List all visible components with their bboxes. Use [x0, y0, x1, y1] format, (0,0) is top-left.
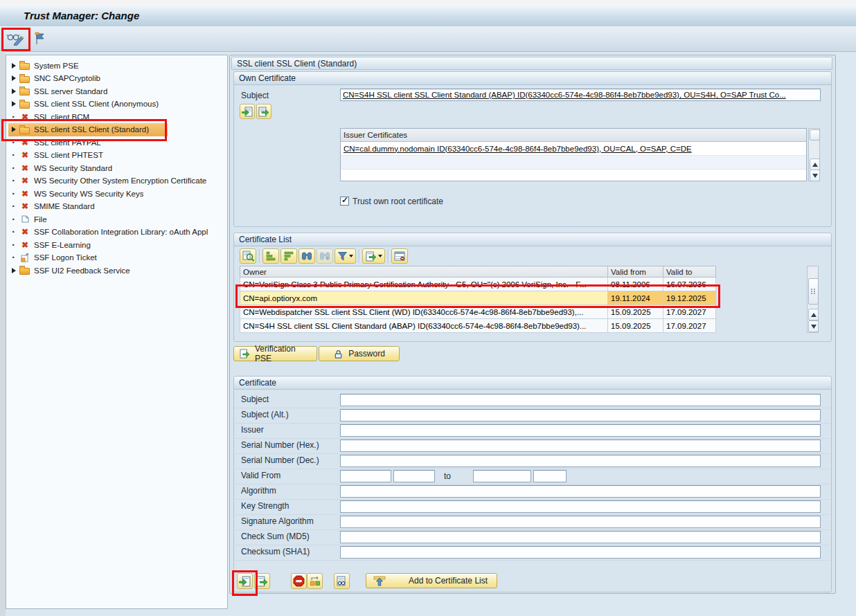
cell-owner[interactable]: CN=api.optioryx.com — [240, 291, 608, 305]
valid-from-date-field[interactable] — [340, 470, 391, 482]
sidebar-item-ws-security-keys[interactable]: WS Security WS Security Keys — [8, 187, 224, 200]
cell-owner[interactable]: CN=Webdispatcher SSL client SSL Client (… — [240, 305, 608, 319]
subject-value[interactable]: CN=S4H SSL client SSL Client Standard (A… — [343, 91, 786, 99]
detail-serial-hex-field[interactable] — [340, 440, 821, 452]
expand-icon[interactable] — [8, 127, 19, 132]
sidebar-item-ssf-ui2-feedback[interactable]: SSF UI2 Feedback Service — [8, 264, 224, 277]
flag-icon[interactable] — [30, 30, 50, 48]
red-x-icon — [19, 163, 31, 173]
expand-icon[interactable] — [8, 89, 19, 94]
export-own-certificate-icon[interactable] — [256, 104, 271, 119]
sidebar-item-ssf-collaboration[interactable]: SSF Collaboration Integration Library: o… — [8, 226, 224, 239]
cell-valid-from[interactable]: 08.11.2006 — [608, 278, 663, 291]
cell-valid-to[interactable]: 19.12.2025 — [663, 291, 716, 305]
scroll-down-button[interactable] — [810, 170, 820, 181]
detail-issuer-field[interactable] — [340, 424, 821, 437]
choose-detail-icon[interactable] — [240, 248, 256, 264]
sidebar-item-label: SSL server Standard — [34, 87, 107, 96]
detail-subject-alt-field[interactable] — [340, 409, 821, 422]
scroll-up-button[interactable] — [808, 309, 819, 320]
sidebar-item-ssf-elearning[interactable]: SSF E-Learning — [8, 238, 224, 251]
detail-checksum-md5-field[interactable] — [340, 531, 821, 543]
triangle-up-icon — [811, 313, 817, 317]
cell-valid-to[interactable]: 17.09.2027 — [663, 305, 716, 319]
detail-serial-dec-field[interactable] — [340, 455, 821, 467]
detail-signature-algorithm-field[interactable] — [340, 516, 821, 528]
detail-subject-field[interactable] — [340, 394, 821, 406]
column-header-owner[interactable]: Owner — [240, 266, 608, 278]
sort-ascending-icon[interactable] — [262, 248, 279, 264]
column-header-valid-from[interactable]: Valid from — [608, 266, 663, 278]
cell-valid-to[interactable]: 17.09.2027 — [663, 319, 716, 333]
valid-from-time-field[interactable] — [393, 470, 435, 482]
leaf-dot-icon — [8, 150, 19, 161]
trust-own-root-checkbox[interactable] — [340, 197, 349, 206]
field-label: Issuer — [241, 425, 264, 435]
cell-valid-from[interactable]: 19.11.2024 — [608, 291, 663, 305]
issuer-list-scrollbar[interactable] — [808, 128, 820, 181]
password-button[interactable]: Password — [319, 346, 400, 361]
expand-icon[interactable] — [8, 101, 19, 107]
expand-icon[interactable] — [8, 75, 19, 81]
own-certificate-group: Own Certificate Subject CN=S4H SSL clien… — [233, 71, 832, 227]
sidebar-item-file[interactable]: File — [8, 212, 224, 226]
detail-checksum-sha1-field[interactable] — [340, 546, 821, 559]
find-icon[interactable] — [298, 248, 315, 264]
display-change-icon[interactable] — [6, 30, 25, 48]
issuer-certificate-empty-row[interactable] — [341, 156, 806, 170]
sidebar-item-smime-standard[interactable]: SMIME Standard — [8, 200, 224, 213]
folder-icon — [19, 86, 31, 96]
export-pse-icon — [240, 349, 250, 359]
issuer-certificate-link[interactable]: CN=cal.dummy.nodomain ID(63340cc6-574e-4… — [344, 145, 692, 153]
scroll-up-button[interactable] — [810, 158, 820, 170]
sidebar-item-ssl-client-phtest[interactable]: SSL client PHTEST — [8, 149, 224, 162]
expand-icon[interactable] — [8, 63, 19, 69]
sidebar-item-ssf-logon-ticket[interactable]: SSF Logon Ticket — [8, 251, 224, 264]
scrollbar-thumb[interactable] — [810, 129, 820, 141]
sidebar-item-ssl-client-bcm[interactable]: SSL client BCM — [8, 110, 224, 123]
sidebar-item-ssl-server-standard[interactable]: SSL server Standard — [8, 84, 224, 98]
expand-icon[interactable] — [8, 268, 19, 273]
sidebar-item-system-pse[interactable]: System PSE — [8, 59, 224, 72]
cell-owner[interactable]: CN=VeriSign Class 3 Public Primary Certi… — [240, 278, 608, 291]
scrollbar-thumb[interactable] — [808, 278, 819, 305]
sidebar-item-snc-sapcryptolib[interactable]: SNC SAPCryptolib — [8, 72, 224, 85]
red-x-icon — [19, 239, 31, 250]
import-certificate-icon[interactable] — [237, 573, 253, 589]
panel-header: SSL client SSL Client (Standard) — [231, 57, 832, 70]
sidebar-item-ssl-client-paypal[interactable]: SSL client PAYPAL — [8, 136, 224, 149]
filter-icon[interactable] — [335, 248, 356, 264]
detail-key-strength-field[interactable] — [340, 500, 821, 513]
export-certificate-icon[interactable] — [254, 573, 270, 589]
add-to-certificate-list-button[interactable]: Add to Certificate List — [366, 573, 497, 588]
certificate-list-scrollbar[interactable] — [807, 266, 819, 333]
valid-to-time-field[interactable] — [533, 470, 567, 482]
sidebar-item-ssl-client-standard[interactable]: SSL client SSL Client (Standard) — [8, 123, 168, 136]
cell-valid-from[interactable]: 15.09.2025 — [608, 305, 663, 319]
issuer-certificate-row[interactable]: CN=cal.dummy.nodomain ID(63340cc6-574e-4… — [341, 142, 806, 156]
sidebar-item-label: SSL client SSL Client (Standard) — [34, 125, 149, 134]
column-header-valid-to[interactable]: Valid to — [663, 266, 716, 278]
find-next-icon[interactable] — [316, 248, 333, 264]
display-change-objects-icon[interactable] — [307, 573, 323, 589]
cell-valid-to[interactable]: 16.07.2036 — [663, 278, 716, 291]
valid-to-date-field[interactable] — [473, 470, 531, 482]
scroll-down-button[interactable] — [808, 320, 819, 332]
sort-descending-icon[interactable] — [280, 248, 297, 264]
export-icon[interactable] — [362, 248, 385, 264]
verification-pse-button[interactable]: Verification PSE — [233, 346, 317, 361]
issuer-certificate-empty-row[interactable] — [341, 170, 806, 183]
file-icon — [19, 214, 31, 224]
stop-icon[interactable] — [291, 573, 307, 589]
cell-valid-from[interactable]: 15.09.2025 — [608, 319, 663, 333]
sidebar-item-ws-security-other[interactable]: WS Security Other System Encryption Cert… — [8, 174, 224, 188]
detail-algorithm-field[interactable] — [340, 485, 821, 498]
own-certificate-header: Own Certificate — [234, 72, 831, 85]
display-certificate-icon[interactable] — [334, 573, 350, 589]
subject-field[interactable]: CN=S4H SSL client SSL Client Standard (A… — [340, 89, 821, 101]
import-own-certificate-icon[interactable] — [240, 104, 255, 119]
sidebar-item-ws-security-standard[interactable]: WS Security Standard — [8, 161, 224, 174]
layout-icon[interactable] — [391, 248, 408, 264]
cell-owner[interactable]: CN=S4H SSL client SSL Client Standard (A… — [240, 319, 608, 333]
sidebar-item-ssl-client-anonymous[interactable]: SSL client SSL Client (Anonymous) — [8, 98, 224, 111]
